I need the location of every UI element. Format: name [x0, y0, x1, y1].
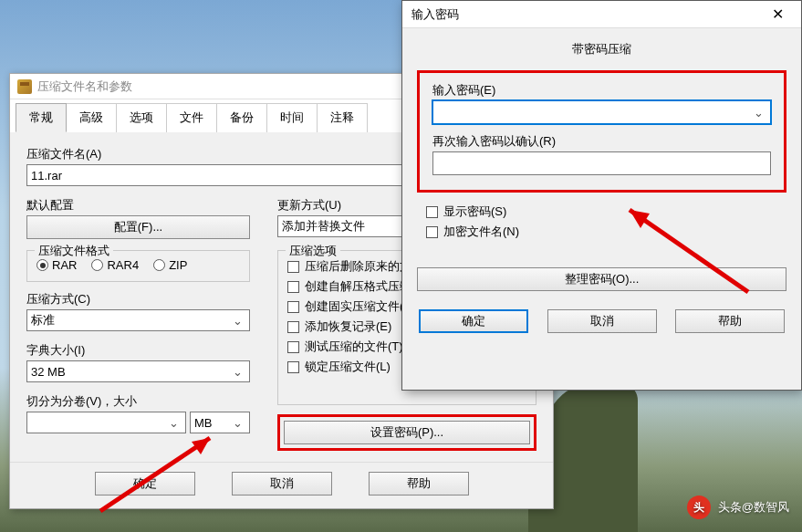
archive-dialog-buttons: 确定 取消 帮助 — [10, 462, 553, 508]
password-title: 输入密码 — [411, 6, 459, 23]
tab-files[interactable]: 文件 — [166, 103, 217, 132]
confirm-password-label: 再次输入密码以确认(R) — [432, 133, 771, 150]
tab-options[interactable]: 选项 — [116, 103, 167, 132]
dict-value: 32 MB — [31, 365, 66, 379]
close-icon[interactable]: ✕ — [759, 4, 796, 26]
radio-rar[interactable]: RAR — [36, 258, 77, 272]
format-fieldset: 压缩文件格式 RAR RAR4 ZIP — [26, 250, 250, 282]
checkbox-icon — [287, 281, 299, 293]
encrypt-names-checkbox[interactable]: 加密文件名(N) — [426, 224, 786, 240]
method-label: 压缩方式(C) — [26, 291, 250, 308]
radio-dot — [91, 259, 103, 271]
password-dialog: 输入密码 ✕ 带密码压缩 输入密码(E) ⌄ 再次输入密码以确认(R) 显示密码… — [401, 0, 802, 391]
chevron-down-icon[interactable]: ⌄ — [165, 416, 182, 430]
watermark-text: 头条@数智风 — [718, 499, 789, 516]
method-combo[interactable]: 标准 ⌄ — [26, 309, 250, 331]
password-dialog-buttons: 确定 取消 帮助 — [417, 309, 786, 348]
options-legend: 压缩选项 — [286, 243, 340, 259]
archive-name-value: 11.rar — [31, 169, 62, 183]
radio-dot-checked — [36, 259, 48, 271]
dict-combo[interactable]: 32 MB ⌄ — [26, 360, 250, 382]
checkbox-icon — [287, 341, 299, 353]
dict-label: 字典大小(I) — [26, 342, 250, 359]
split-unit-combo[interactable]: MB ⌄ — [190, 412, 250, 433]
set-password-button[interactable]: 设置密码(P)... — [284, 421, 530, 444]
chevron-down-icon[interactable]: ⌄ — [229, 314, 245, 328]
format-legend: 压缩文件格式 — [35, 243, 113, 259]
show-password-checkbox[interactable]: 显示密码(S) — [426, 203, 786, 220]
tab-comment[interactable]: 注释 — [317, 103, 368, 132]
split-unit-value: MB — [194, 416, 213, 430]
toutiao-icon: 头 — [687, 495, 711, 519]
split-label: 切分为分卷(V)，大小 — [26, 393, 250, 410]
chevron-down-icon[interactable]: ⌄ — [750, 106, 766, 120]
tab-backup[interactable]: 备份 — [216, 103, 267, 132]
default-profile-label: 默认配置 — [26, 197, 250, 214]
pw-help-button[interactable]: 帮助 — [675, 309, 785, 333]
winrar-icon — [17, 79, 32, 94]
ok-button[interactable]: 确定 — [95, 472, 195, 495]
chevron-down-icon[interactable]: ⌄ — [229, 365, 245, 379]
password-inputs-highlight: 输入密码(E) ⌄ 再次输入密码以确认(R) — [417, 70, 786, 193]
checkbox-icon — [287, 361, 299, 373]
set-password-highlight: 设置密码(P)... — [277, 414, 536, 451]
checkbox-icon — [287, 321, 299, 333]
radio-dot — [153, 259, 165, 271]
tab-advanced[interactable]: 高级 — [66, 103, 117, 132]
tab-general[interactable]: 常规 — [16, 103, 67, 132]
radio-zip[interactable]: ZIP — [153, 258, 187, 272]
checkbox-icon — [287, 301, 299, 313]
confirm-password-input[interactable] — [432, 151, 771, 175]
split-size-combo[interactable]: ⌄ — [26, 412, 186, 433]
chevron-down-icon[interactable]: ⌄ — [229, 416, 245, 430]
watermark: 头 头条@数智风 — [687, 495, 789, 519]
pw-cancel-button[interactable]: 取消 — [547, 309, 657, 333]
archive-title: 压缩文件名和参数 — [37, 78, 132, 95]
password-subtitle: 带密码压缩 — [402, 28, 801, 70]
update-mode-value: 添加并替换文件 — [282, 218, 365, 235]
profile-button[interactable]: 配置(F)... — [26, 215, 250, 239]
checkbox-icon — [287, 261, 299, 273]
help-button[interactable]: 帮助 — [369, 472, 469, 495]
checkbox-icon — [426, 226, 438, 238]
checkbox-icon — [426, 206, 438, 218]
pw-ok-button[interactable]: 确定 — [419, 309, 528, 333]
method-value: 标准 — [31, 312, 55, 329]
enter-password-label: 输入密码(E) — [432, 82, 771, 99]
cancel-button[interactable]: 取消 — [232, 472, 332, 495]
tab-time[interactable]: 时间 — [266, 103, 318, 132]
password-titlebar[interactable]: 输入密码 ✕ — [402, 1, 801, 28]
manage-passwords-button[interactable]: 整理密码(O)... — [417, 267, 786, 291]
radio-rar4[interactable]: RAR4 — [91, 258, 139, 272]
enter-password-input[interactable]: ⌄ — [432, 100, 771, 124]
